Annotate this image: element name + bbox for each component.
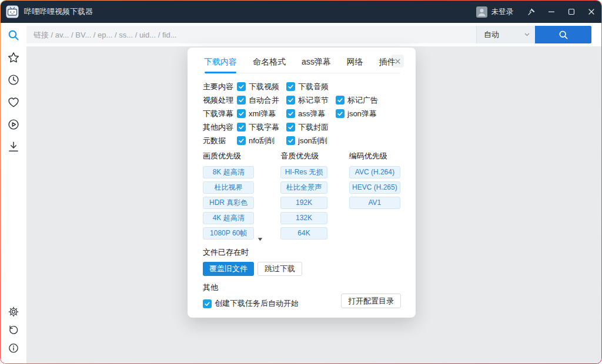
sidebar-item-likes[interactable] [7, 96, 20, 109]
tab-plugins[interactable]: 插件 [379, 57, 396, 73]
sidebar-item-downloads[interactable] [7, 140, 20, 153]
sidebar-nav [7, 29, 20, 153]
row-label: 其他内容 [203, 122, 237, 133]
checkbox-label: 下载音频 [298, 82, 329, 92]
file-exists-options: 覆盖旧文件 跳过下载 [203, 262, 400, 276]
checkbox-option[interactable]: 下载音频 [286, 82, 336, 92]
checkbox-option[interactable]: ass弹幕 [286, 109, 336, 119]
search-button[interactable] [535, 26, 591, 43]
checkbox-option[interactable]: 标记广告 [336, 95, 385, 106]
heart-icon [7, 96, 20, 109]
app-window: 哔哩哔哩视频下载器 未登录 [1, 1, 601, 363]
skip-download-button[interactable]: 跳过下载 [257, 262, 302, 276]
priority-item[interactable]: AVC (H.264) [349, 166, 400, 178]
checkbox-option[interactable]: xml弹幕 [237, 109, 286, 119]
download-icon [7, 140, 20, 153]
minimize-button[interactable] [541, 1, 561, 23]
checkbox-option[interactable]: nfo刮削 [237, 136, 286, 146]
tab-download-content[interactable]: 下载内容 [204, 57, 237, 73]
open-config-dir-button[interactable]: 打开配置目录 [341, 294, 401, 308]
checkbox-option[interactable]: 自动合并 [237, 95, 286, 106]
window-frame: 哔哩哔哩视频下载器 未登录 [0, 0, 602, 364]
priority-column-title: 编码优先级 [349, 151, 400, 161]
about-button[interactable] [8, 342, 19, 354]
checkbox-option[interactable]: 下载封面 [286, 122, 336, 133]
checkbox-label: 下载字幕 [249, 122, 279, 133]
avatar-icon [476, 6, 487, 18]
app-logo-icon [6, 5, 19, 18]
priority-item[interactable]: 杜比视界 [203, 181, 254, 194]
priority-column-title: 画质优先级 [203, 151, 254, 161]
checkbox-checked-icon [237, 109, 246, 118]
overwrite-old-file-button[interactable]: 覆盖旧文件 [203, 262, 254, 276]
checkbox-label: 下载封面 [298, 122, 329, 133]
content-row: 元数据 nfo刮削 json刮削 [203, 134, 400, 147]
gear-icon [8, 306, 19, 318]
sidebar-item-playlist[interactable] [7, 118, 20, 131]
checkbox-option[interactable]: json弹幕 [336, 109, 385, 119]
sidebar-item-favorites[interactable] [7, 51, 20, 64]
pin-icon [527, 7, 536, 16]
priority-section: 画质优先级 8K 超高清 杜比视界 HDR 真彩色 4K 超高清 1080P 6… [203, 151, 400, 242]
codec-priority-column: 编码优先级 AVC (H.264) HEVC (H.265) AV1 [349, 151, 400, 242]
priority-item[interactable]: 192K [280, 197, 327, 209]
audio-priority-column: 音质优先级 HI-Res 无损 杜比全景声 192K 132K 64K [280, 151, 327, 242]
checkbox-option[interactable]: json刮削 [286, 136, 336, 146]
checkbox-checked-icon [286, 96, 295, 105]
clock-icon [7, 73, 20, 86]
other-title: 其他 [203, 282, 400, 293]
checkbox-checked-icon [237, 82, 246, 91]
checkbox-label: 创建下载任务后自动开始 [215, 298, 299, 309]
tab-ass-danmaku[interactable]: ass弹幕 [302, 57, 331, 73]
content-row: 下载弹幕 xml弹幕 ass弹幕 json弹幕 [203, 107, 400, 120]
content-row: 主要内容 下载视频 下载音频 [203, 80, 400, 93]
maximize-button[interactable] [561, 1, 581, 23]
priority-item[interactable]: HDR 真彩色 [203, 197, 254, 209]
checkbox-option[interactable]: 下载字幕 [237, 122, 286, 133]
maximize-icon [567, 7, 576, 16]
priority-item[interactable]: 8K 超高清 [203, 166, 254, 178]
checkbox-option[interactable]: 下载视频 [237, 82, 286, 92]
checkbox-checked-icon [237, 136, 246, 145]
sidebar-item-history[interactable] [7, 73, 20, 86]
checkbox-checked-icon [286, 136, 295, 145]
search-toolbar: 自动 [26, 23, 601, 46]
tab-naming-format[interactable]: 命名格式 [253, 57, 286, 73]
search-input[interactable] [26, 26, 476, 43]
priority-item[interactable]: 杜比全景声 [280, 181, 327, 194]
checkbox-label: ass弹幕 [298, 109, 325, 119]
priority-item[interactable]: HI-Res 无损 [280, 166, 327, 178]
checkbox-label: xml弹幕 [249, 109, 276, 119]
checkbox-checked-icon [336, 109, 345, 118]
scroll-down-arrow-icon[interactable] [257, 233, 263, 237]
pin-button[interactable] [521, 1, 541, 23]
checkbox-label: 标记广告 [347, 95, 378, 106]
priority-item[interactable]: AV1 [349, 197, 400, 209]
priority-item[interactable]: 64K [280, 227, 327, 240]
row-label: 元数据 [203, 136, 237, 146]
tab-network[interactable]: 网络 [347, 57, 363, 73]
login-button[interactable]: 未登录 [476, 6, 514, 18]
mode-select[interactable]: 自动 [476, 26, 535, 43]
titlebar: 哔哩哔哩视频下载器 未登录 [1, 1, 601, 23]
close-button[interactable] [581, 1, 601, 23]
priority-item[interactable]: HEVC (H.265) [349, 181, 400, 194]
priority-item[interactable]: 1080P 60帧 [203, 227, 254, 240]
checkbox-option[interactable]: 标记章节 [286, 95, 336, 106]
checkbox-checked-icon [237, 96, 246, 105]
dialog-tabs: 下载内容 命名格式 ass弹幕 网络 插件 [203, 56, 400, 73]
sidebar [1, 23, 26, 363]
priority-item[interactable]: 132K [280, 212, 327, 224]
close-icon [587, 7, 596, 16]
settings-button[interactable] [8, 306, 19, 318]
priority-column-title: 音质优先级 [280, 151, 327, 161]
login-label: 未登录 [491, 7, 514, 17]
reset-button[interactable] [8, 324, 19, 336]
reset-icon [8, 324, 19, 336]
checkbox-label: 下载视频 [249, 82, 279, 92]
content-row: 视频处理 自动合并 标记章节 标记广告 [203, 93, 400, 107]
search-icon [558, 30, 568, 40]
priority-item[interactable]: 4K 超高清 [203, 212, 254, 224]
sidebar-item-search[interactable] [7, 29, 20, 42]
checkbox-label: json弹幕 [347, 109, 377, 119]
